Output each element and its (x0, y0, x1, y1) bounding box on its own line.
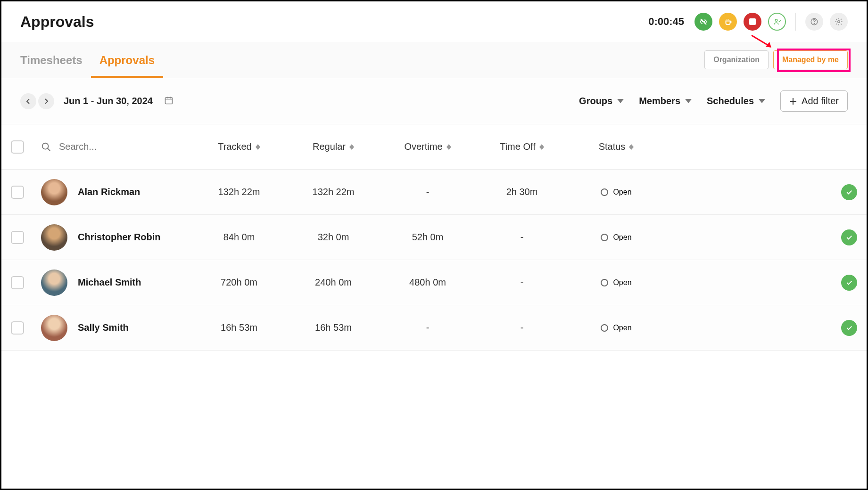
row-checkbox[interactable] (11, 321, 24, 335)
col-overtime[interactable]: Overtime (380, 141, 475, 152)
cell-regular: 16h 53m (286, 322, 380, 333)
cell-status: Open (569, 278, 663, 287)
check-icon (845, 279, 853, 286)
settings-button[interactable] (830, 13, 848, 31)
link-off-icon (699, 17, 708, 26)
svg-point-4 (814, 23, 814, 24)
filter-groups-label: Groups (579, 96, 612, 106)
assign-button[interactable] (768, 13, 786, 31)
cell-timeoff: - (475, 232, 569, 243)
next-period-button[interactable] (38, 93, 54, 109)
filters: Groups Members Schedules Add filter (579, 90, 848, 112)
date-navigation: Jun 1 - Jun 30, 2024 (20, 93, 174, 109)
approve-button[interactable] (841, 229, 857, 245)
svg-marker-21 (539, 147, 544, 150)
table-header: Tracked Regular Overtime Time Off Status (1, 124, 867, 170)
scope-managed-by-me[interactable]: Managed by me (773, 50, 848, 69)
cell-status: Open (569, 188, 663, 196)
filter-members-label: Members (639, 96, 680, 106)
svg-marker-23 (629, 147, 634, 150)
help-icon (810, 17, 818, 26)
header: Approvals 0:00:45 (1, 1, 867, 42)
cell-tracked: 132h 22m (192, 187, 286, 197)
chevron-down-icon (685, 99, 692, 104)
col-tracked[interactable]: Tracked (192, 141, 286, 152)
cell-status: Open (569, 324, 663, 332)
approve-button[interactable] (841, 184, 857, 200)
filter-groups[interactable]: Groups (579, 96, 624, 106)
scope-toggle: Organization Managed by me (704, 42, 848, 78)
check-icon (845, 324, 853, 332)
chevron-down-icon (759, 99, 765, 104)
status-text: Open (613, 233, 631, 242)
col-timeoff-label: Time Off (500, 141, 536, 152)
tabs-row: Timesheets Approvals Organization Manage… (1, 42, 867, 78)
tab-timesheets[interactable]: Timesheets (20, 42, 83, 77)
status-text: Open (613, 324, 631, 332)
col-timeoff[interactable]: Time Off (475, 141, 569, 152)
user-name: Sally Smith (78, 322, 129, 333)
svg-point-12 (42, 143, 49, 149)
col-regular-label: Regular (313, 141, 346, 152)
svg-marker-11 (759, 99, 765, 103)
page-title: Approvals (20, 13, 94, 31)
filter-members[interactable]: Members (639, 96, 692, 106)
scope-organization[interactable]: Organization (704, 50, 769, 69)
tab-approvals[interactable]: Approvals (99, 42, 155, 77)
user-check-icon (773, 17, 781, 26)
cell-overtime: - (380, 187, 475, 197)
svg-marker-9 (617, 99, 624, 103)
divider (795, 13, 796, 31)
approve-button[interactable] (841, 275, 857, 291)
svg-point-5 (838, 21, 840, 23)
prev-period-button[interactable] (20, 93, 36, 109)
chevron-left-icon (26, 98, 31, 105)
filter-row: Jun 1 - Jun 30, 2024 Groups Members Sche… (1, 78, 867, 124)
help-button[interactable] (805, 13, 823, 31)
stop-button[interactable] (744, 13, 761, 31)
settings-icon (835, 17, 843, 26)
chevron-down-icon (617, 99, 624, 104)
timer-display: 0:00:45 (648, 16, 684, 28)
stop-icon (749, 18, 756, 25)
break-button[interactable] (719, 13, 737, 31)
col-regular[interactable]: Regular (286, 141, 380, 152)
tabs: Timesheets Approvals (20, 42, 155, 77)
sort-icon (629, 144, 634, 150)
cell-timeoff: 2h 30m (475, 187, 569, 197)
avatar (41, 315, 67, 341)
row-checkbox[interactable] (11, 231, 24, 244)
row-checkbox[interactable] (11, 186, 24, 199)
sort-icon (539, 144, 544, 150)
filter-schedules[interactable]: Schedules (707, 96, 765, 106)
col-status[interactable]: Status (569, 141, 663, 152)
table-row[interactable]: Michael Smith 720h 0m 240h 0m 480h 0m - … (1, 260, 867, 305)
avatar (41, 270, 67, 296)
plus-icon (789, 98, 797, 105)
select-all-checkbox[interactable] (11, 140, 24, 154)
sort-icon (256, 144, 260, 150)
filter-schedules-label: Schedules (707, 96, 754, 106)
cell-regular: 240h 0m (286, 277, 380, 288)
search-cell (41, 141, 192, 152)
status-ring-icon (601, 279, 608, 286)
approve-button[interactable] (841, 320, 857, 336)
user-name: Alan Rickman (78, 187, 140, 197)
cell-overtime: 480h 0m (380, 277, 475, 288)
avatar (41, 179, 67, 205)
table-row[interactable]: Alan Rickman 132h 22m 132h 22m - 2h 30m … (1, 170, 867, 215)
svg-marker-7 (766, 42, 771, 48)
row-checkbox[interactable] (11, 276, 24, 289)
col-tracked-label: Tracked (218, 141, 252, 152)
calendar-button[interactable] (164, 96, 174, 107)
svg-rect-1 (749, 18, 756, 25)
status-ring-icon (601, 234, 608, 241)
add-filter-button[interactable]: Add filter (780, 90, 848, 112)
search-input[interactable] (59, 141, 153, 152)
table-row[interactable]: Christopher Robin 84h 0m 32h 0m 52h 0m -… (1, 215, 867, 260)
header-actions: 0:00:45 (648, 13, 848, 31)
status-button-disconnect[interactable] (694, 13, 712, 31)
table-row[interactable]: Sally Smith 16h 53m 16h 53m - - Open (1, 305, 867, 351)
avatar (41, 224, 67, 251)
cell-timeoff: - (475, 277, 569, 288)
